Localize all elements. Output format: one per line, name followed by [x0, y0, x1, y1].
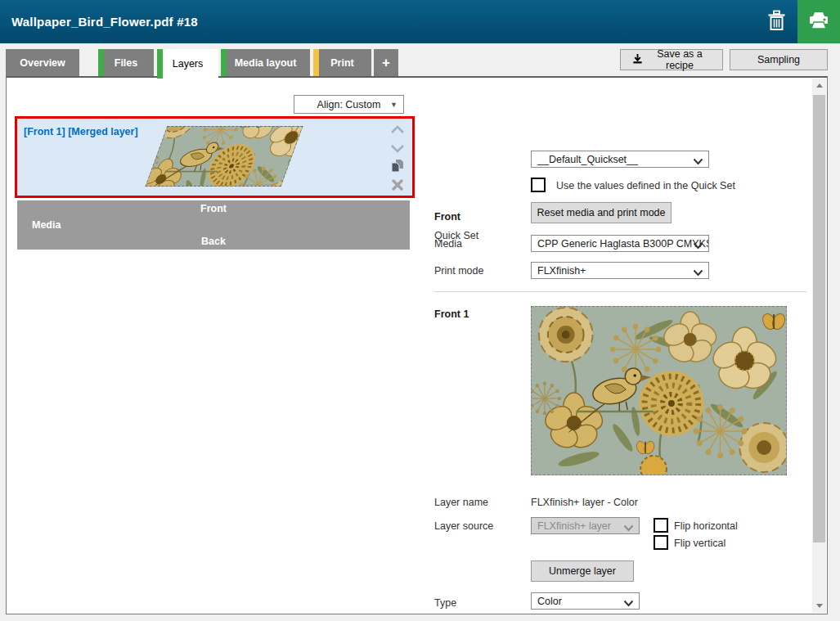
tab-label: Print — [330, 57, 353, 69]
chevron-down-icon — [623, 523, 634, 534]
side-back-row[interactable]: Back — [17, 233, 410, 250]
flip-vertical-checkbox[interactable] — [654, 535, 668, 550]
triangle-down-icon: ▼ — [390, 101, 398, 109]
tab-label: Media layout — [235, 57, 297, 69]
layers-tab-panel: Align: Custom ▼ [Front 1] [Merged layer] — [6, 76, 828, 614]
triangle-up-icon — [816, 83, 823, 88]
add-tab-button[interactable]: + — [374, 49, 398, 76]
type-dropdown[interactable]: Color — [531, 592, 640, 610]
move-layer-down-button[interactable] — [389, 141, 406, 156]
move-layer-up-button[interactable] — [389, 122, 406, 137]
window-titlebar: Wallpaper_Bird_Flower.pdf #18 — [0, 0, 840, 43]
chevron-down-icon — [390, 142, 405, 156]
print-button[interactable] — [797, 0, 840, 43]
front1-section-heading: Front 1 — [434, 308, 469, 320]
layer-name-value: FLXfinish+ layer - Color — [531, 497, 638, 508]
tab-label: Files — [115, 57, 138, 69]
files-status-stripe — [98, 49, 104, 76]
save-as-recipe-button[interactable]: Save as a recipe — [620, 49, 723, 70]
media-dropdown[interactable]: CPP Generic Haglasta B300P CMYKSS-AU- — [531, 235, 709, 252]
print-mode-dropdown[interactable]: FLXfinish+ — [531, 262, 709, 279]
chevron-down-icon — [623, 598, 634, 610]
trash-icon — [767, 10, 786, 34]
chevron-down-icon — [693, 156, 703, 168]
tab-label: Overview — [20, 57, 65, 69]
scroll-down-button[interactable] — [812, 599, 826, 613]
align-dropdown[interactable]: Align: Custom ▼ — [294, 95, 404, 114]
use-quickset-values-label: Use the values defined in the Quick Set — [556, 180, 735, 191]
media-layout-status-stripe — [221, 49, 227, 76]
side-front-label: Front — [200, 203, 227, 214]
vertical-scrollbar[interactable] — [812, 79, 826, 613]
flip-horizontal-label: Flip horizontal — [674, 520, 738, 532]
chevron-down-icon — [693, 268, 703, 279]
front-section-heading: Front — [434, 211, 460, 223]
layer-source-label: Layer source — [434, 520, 493, 532]
reset-media-print-mode-button[interactable]: Reset media and print mode — [531, 202, 672, 223]
media-value: CPP Generic Haglasta B300P CMYKSS-AU- — [537, 238, 709, 250]
triangle-down-icon — [816, 604, 823, 608]
flip-horizontal-checkbox[interactable] — [654, 518, 668, 533]
chevron-down-icon — [693, 241, 703, 252]
tab-strip-actions: Save as a recipe Sampling — [620, 49, 828, 70]
document-title: Wallpaper_Bird_Flower.pdf #18 — [0, 15, 198, 29]
layer-name-label: Layer name — [434, 497, 488, 508]
tab-label: Layers — [173, 58, 204, 70]
align-dropdown-value: Align: Custom — [317, 99, 381, 110]
duplicate-layer-button[interactable] — [389, 160, 406, 175]
button-label: Save as a recipe — [649, 48, 711, 71]
selected-layer-row[interactable]: [Front 1] [Merged layer] — [15, 116, 415, 198]
side-front-row[interactable]: Front — [17, 200, 410, 217]
quick-set-value: __Default_Quickset__ — [537, 154, 638, 165]
print-mode-value: FLXfinish+ — [537, 265, 586, 277]
front-preview-image — [531, 306, 787, 475]
media-label: Media — [434, 238, 462, 250]
tab-overview[interactable]: Overview — [6, 49, 79, 76]
download-icon — [632, 53, 643, 66]
layer-source-dropdown: FLXfinish+ layer — [531, 517, 640, 534]
titlebar-actions — [755, 0, 840, 43]
scrollbar-thumb[interactable] — [813, 95, 825, 542]
layer-thumbnail[interactable] — [146, 126, 303, 187]
chevron-up-icon — [390, 123, 405, 137]
layer-source-value: FLXfinish+ layer — [537, 520, 611, 532]
layers-status-stripe — [157, 49, 163, 79]
duplicate-icon — [391, 159, 404, 176]
delete-x-icon — [392, 179, 403, 194]
layer-row-actions — [389, 122, 406, 194]
media-sides-block: Front Media Back — [17, 200, 410, 250]
side-back-label: Back — [201, 236, 226, 247]
plus-icon: + — [382, 55, 390, 71]
delete-job-button[interactable] — [755, 0, 797, 43]
side-media-row[interactable]: Media — [17, 217, 410, 233]
unmerge-layer-button[interactable]: Unmerge layer — [531, 560, 634, 582]
tab-print[interactable]: Print — [313, 49, 371, 76]
flip-vertical-label: Flip vertical — [674, 538, 725, 549]
type-label: Type — [434, 597, 456, 609]
button-label: Sampling — [757, 54, 800, 65]
type-value: Color — [537, 596, 562, 607]
use-quickset-values-checkbox[interactable] — [531, 178, 546, 192]
quick-set-dropdown[interactable]: __Default_Quickset__ — [531, 151, 709, 168]
sampling-button[interactable]: Sampling — [730, 49, 828, 70]
delete-layer-button[interactable] — [389, 178, 406, 194]
tab-media-layout[interactable]: Media layout — [221, 49, 310, 76]
printer-icon — [807, 10, 830, 34]
tab-strip: Overview Files Layers Media layout Print… — [6, 49, 834, 77]
tab-layers[interactable]: Layers — [157, 49, 218, 79]
tab-files[interactable]: Files — [98, 49, 154, 76]
side-media-label: Media — [32, 219, 61, 231]
scroll-up-button[interactable] — [812, 79, 826, 92]
section-divider — [434, 291, 806, 292]
selected-layer-label: [Front 1] [Merged layer] — [24, 126, 138, 137]
print-mode-label: Print mode — [434, 265, 483, 277]
print-status-stripe — [313, 49, 319, 76]
